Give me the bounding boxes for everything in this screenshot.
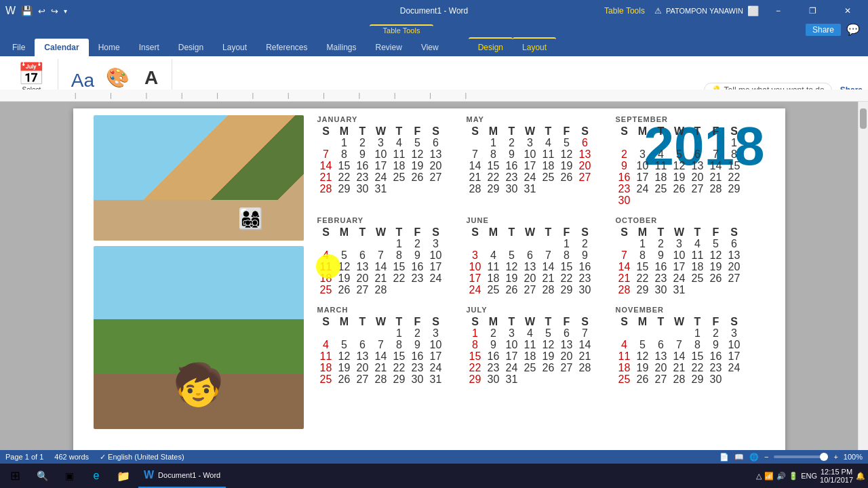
tab-references[interactable]: References xyxy=(256,39,317,56)
title-bar-center: Document1 - Word xyxy=(400,6,468,16)
month-june: JUNE SMTWTFS 12 3456789 10111213141516 1… xyxy=(467,216,602,296)
date-display: 10/1/2017 xyxy=(820,476,853,484)
month-january: JANUARY SMTWTFS 123456 78910111213 14151… xyxy=(317,115,453,206)
edge-icon[interactable]: e xyxy=(84,464,108,488)
february-days: 123 45678910 11121314151617 181920212223… xyxy=(317,239,453,296)
tab-calendar[interactable]: Calendar xyxy=(35,39,88,56)
june-label: JUNE xyxy=(467,216,602,224)
system-tray-icon[interactable]: △ xyxy=(756,472,762,481)
task-view-button[interactable]: ▣ xyxy=(57,464,81,488)
title-bar-left: W 💾 ↩ ↪ ▾ xyxy=(5,5,67,17)
june-days: 12 3456789 10111213141516 17181920212223… xyxy=(467,239,602,296)
scrollbar-thumb[interactable] xyxy=(860,108,867,129)
tab-insert[interactable]: Insert xyxy=(130,39,169,56)
status-bar: Page 1 of 1 462 words ✓ English (United … xyxy=(0,450,868,464)
tab-review[interactable]: Review xyxy=(366,39,412,56)
language-label: English (United States) xyxy=(108,453,184,461)
january-days: 123456 78910111213 14151617181920 212223… xyxy=(317,138,453,195)
document-page: 2018 JANUARY SMTWTFS 12345 xyxy=(73,108,785,450)
tab-mailings[interactable]: Mailings xyxy=(317,39,366,56)
taskbar-right: △ 📶 🔊 🔋 ENG 12:15 PM 10/1/2017 🔔 xyxy=(756,468,865,484)
september-header: SMTWTFS xyxy=(616,125,751,138)
zoom-slider[interactable] xyxy=(774,455,828,458)
web-layout-icon[interactable]: 🌐 xyxy=(749,453,759,462)
january-label: JANUARY xyxy=(317,115,453,123)
clock[interactable]: 12:15 PM 10/1/2017 xyxy=(820,468,853,484)
word-taskbar-app[interactable]: W Document1 - Word xyxy=(138,464,226,488)
july-header: SMTWTFS xyxy=(467,316,602,328)
may-days: 12345 6789101112 13141516171819 20212223… xyxy=(467,138,602,195)
maximize-button[interactable]: ❐ xyxy=(797,0,828,22)
november-header: SMTWTFS xyxy=(616,316,751,328)
spell-check-icon: ✓ xyxy=(100,453,106,461)
photo-column xyxy=(94,115,304,429)
zoom-level: 100% xyxy=(844,453,863,461)
september-days: 1 2345678 9101112131415 16171819202122 2… xyxy=(616,138,751,206)
march-label: MARCH xyxy=(317,306,453,314)
share-button[interactable]: Share xyxy=(806,24,841,36)
time-display: 12:15 PM xyxy=(820,468,853,476)
vertical-scrollbar[interactable] xyxy=(858,102,868,450)
month-july: JULY SMTWTFS 1234567 891011121314 151617… xyxy=(467,306,602,385)
february-label: FEBRUARY xyxy=(317,216,453,224)
taskbar: ⊞ 🔍 ▣ e 📁 W Document1 - Word △ 📶 🔊 🔋 ENG… xyxy=(0,464,868,488)
ribbon-tabs: File Calendar Home Insert Design Layout … xyxy=(0,37,868,56)
month-march: MARCH SMTWTFS 123 45678910 1112131415161… xyxy=(317,306,453,385)
search-button[interactable]: 🔍 xyxy=(30,464,54,488)
zoom-out-icon[interactable]: − xyxy=(764,453,768,461)
file-explorer-icon[interactable]: 📁 xyxy=(111,464,136,488)
title-bar: W 💾 ↩ ↪ ▾ Document1 - Word Table Tools ⚠… xyxy=(0,0,868,22)
fonts-icon: A xyxy=(144,68,158,87)
march-days: 123 45678910 11121314151617 181920212223… xyxy=(317,328,453,385)
document-area: | | | | | | | | | | | | 2018 xyxy=(0,89,868,450)
language-info: ✓ English (United States) xyxy=(100,453,184,462)
start-button[interactable]: ⊞ xyxy=(3,464,27,488)
month-september: SEPTEMBER SMTWTFS 1 2345678 910111213141… xyxy=(616,115,751,206)
close-button[interactable]: ✕ xyxy=(832,0,863,22)
status-right: 📄 📖 🌐 − + 100% xyxy=(719,453,863,462)
horizontal-ruler: | | | | | | | | | | | | xyxy=(0,89,868,102)
june-header: SMTWTFS xyxy=(467,226,602,239)
tab-view[interactable]: View xyxy=(412,39,448,56)
network-icon[interactable]: 📶 xyxy=(764,472,774,481)
november-label: NOVEMBER xyxy=(616,306,751,314)
october-label: OCTOBER xyxy=(616,216,751,224)
january-header: SMTWTFS xyxy=(317,125,453,138)
read-mode-icon[interactable]: 📖 xyxy=(734,453,744,462)
minimize-button[interactable]: − xyxy=(763,0,793,22)
redo-icon[interactable]: ↪ xyxy=(51,6,58,16)
battery-icon[interactable]: 🔋 xyxy=(789,472,798,481)
calendar-row-1: JANUARY SMTWTFS 123456 78910111213 14151… xyxy=(317,115,778,206)
print-layout-icon[interactable]: 📄 xyxy=(719,453,729,462)
themes-icon: Aa xyxy=(71,71,94,90)
november-days: 123 45678910 11121314151617 181920212223… xyxy=(616,328,751,385)
child-photo xyxy=(94,246,304,429)
zoom-in-icon[interactable]: + xyxy=(833,453,837,461)
tab-home[interactable]: Home xyxy=(89,39,130,56)
september-label: SEPTEMBER xyxy=(616,115,751,123)
notification-icon[interactable]: 🔔 xyxy=(856,472,865,481)
tab-file[interactable]: File xyxy=(3,39,35,56)
july-label: JULY xyxy=(467,306,602,314)
calendar-row-2: FEBRUARY SMTWTFS 123 45678910 1112131415… xyxy=(317,216,778,296)
save-icon[interactable]: 💾 xyxy=(21,5,33,16)
undo-icon[interactable]: ↩ xyxy=(38,6,45,16)
month-november: NOVEMBER SMTWTFS 123 45678910 1112131415… xyxy=(616,306,751,385)
eng-label: ENG xyxy=(801,472,817,480)
tab-layout[interactable]: Layout xyxy=(213,39,256,56)
tab-design[interactable]: Design xyxy=(169,39,213,56)
word-logo-icon: W xyxy=(5,5,16,17)
ribbon-display-icon[interactable]: ⬜ xyxy=(747,5,759,16)
customize-icon[interactable]: ▾ xyxy=(64,7,67,15)
volume-icon[interactable]: 🔊 xyxy=(776,472,786,481)
document-title: Document1 - Word xyxy=(400,6,468,16)
tab-design-context[interactable]: Design xyxy=(469,37,513,56)
word-app-icon: W xyxy=(144,469,154,481)
document-content[interactable]: 2018 JANUARY SMTWTFS 12345 xyxy=(0,102,858,450)
comment-icon[interactable]: 💬 xyxy=(846,23,860,36)
word-count: 462 words xyxy=(54,453,89,461)
page-info: Page 1 of 1 xyxy=(5,453,43,461)
tab-layout-context[interactable]: Layout xyxy=(513,37,556,56)
user-name: PATOMPON YANAWIN xyxy=(666,7,743,15)
march-header: SMTWTFS xyxy=(317,316,453,328)
